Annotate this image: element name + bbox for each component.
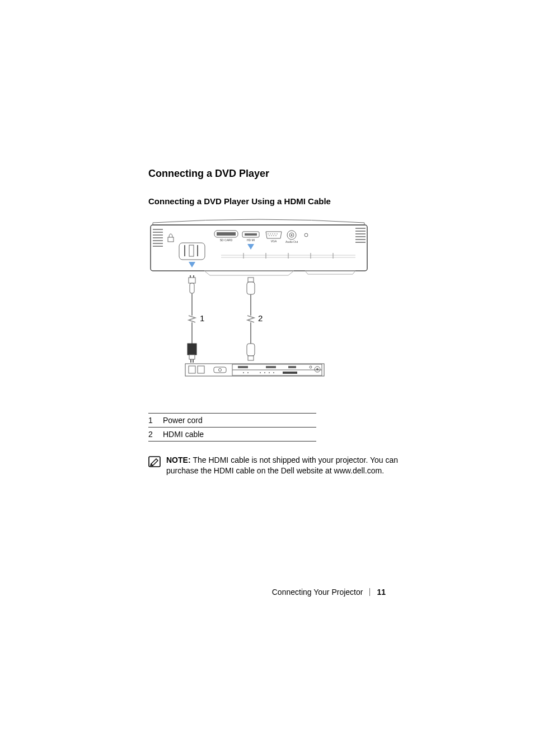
svg-rect-45 bbox=[189, 278, 195, 283]
note-text: NOTE: The HDMI cable is not shipped with… bbox=[166, 455, 400, 476]
note-block: NOTE: The HDMI cable is not shipped with… bbox=[148, 455, 400, 476]
note-prefix: NOTE: bbox=[166, 456, 193, 464]
legend-row: 2 HDMI cable bbox=[148, 428, 316, 442]
legend-table: 1 Power cord 2 HDMI cable bbox=[148, 413, 316, 442]
svg-rect-17 bbox=[189, 245, 194, 256]
svg-point-33 bbox=[275, 235, 277, 236]
port-label-vga: VGA bbox=[271, 240, 277, 243]
sub-heading: Connecting a DVD Player Using a HDMI Cab… bbox=[148, 196, 400, 206]
page-footer: Connecting Your Projector 11 bbox=[272, 588, 386, 597]
legend-num: 2 bbox=[148, 428, 163, 442]
svg-point-31 bbox=[271, 235, 272, 236]
legend-row: 1 Power cord bbox=[148, 414, 316, 428]
svg-rect-23 bbox=[245, 233, 257, 236]
note-body: The HDMI cable is not shipped with your … bbox=[166, 456, 398, 475]
port-label-audio: Audio Out bbox=[285, 240, 298, 243]
svg-rect-48 bbox=[190, 283, 194, 293]
power-cord bbox=[188, 275, 196, 363]
svg-marker-19 bbox=[189, 262, 195, 267]
svg-rect-55 bbox=[248, 278, 254, 282]
svg-marker-24 bbox=[247, 244, 254, 250]
svg-point-78 bbox=[269, 372, 270, 373]
svg-point-75 bbox=[247, 372, 249, 373]
svg-point-26 bbox=[270, 233, 271, 234]
svg-rect-80 bbox=[283, 372, 297, 374]
svg-rect-14 bbox=[168, 237, 174, 242]
svg-rect-56 bbox=[247, 282, 255, 294]
svg-rect-51 bbox=[188, 344, 196, 355]
svg-point-28 bbox=[274, 233, 275, 234]
page-content: Connecting a DVD Player Connecting a DVD… bbox=[148, 168, 400, 476]
svg-point-73 bbox=[316, 368, 318, 370]
dvd-player bbox=[185, 364, 324, 376]
svg-point-77 bbox=[264, 372, 265, 373]
svg-point-30 bbox=[269, 235, 270, 236]
legend-label: HDMI cable bbox=[163, 428, 316, 442]
svg-point-36 bbox=[291, 234, 293, 236]
svg-point-27 bbox=[272, 233, 273, 234]
svg-rect-59 bbox=[247, 344, 255, 356]
legend-label: Power cord bbox=[163, 414, 316, 428]
projector-body: SD CARD HD MI VGA Audio Out bbox=[151, 219, 367, 275]
footer-separator bbox=[369, 588, 370, 596]
svg-point-76 bbox=[260, 372, 261, 373]
legend-num: 1 bbox=[148, 414, 163, 428]
svg-point-29 bbox=[277, 233, 278, 234]
svg-rect-70 bbox=[288, 366, 296, 368]
svg-point-37 bbox=[305, 233, 308, 237]
svg-rect-52 bbox=[189, 355, 195, 359]
callout-2: 2 bbox=[258, 313, 263, 323]
port-label-hdmi: HD MI bbox=[247, 238, 255, 242]
footer-page-number: 11 bbox=[377, 588, 386, 597]
section-heading: Connecting a DVD Player bbox=[148, 168, 400, 180]
svg-rect-21 bbox=[217, 232, 236, 236]
svg-rect-68 bbox=[238, 366, 248, 368]
port-label-sdcard: SD CARD bbox=[220, 238, 233, 242]
hdmi-cable bbox=[247, 278, 255, 360]
svg-point-32 bbox=[273, 235, 274, 236]
callout-1: 1 bbox=[200, 313, 204, 323]
footer-chapter: Connecting Your Projector bbox=[272, 588, 363, 597]
pencil-note-icon bbox=[148, 456, 161, 470]
svg-point-25 bbox=[268, 233, 269, 234]
connection-diagram: SD CARD HD MI VGA Audio Out bbox=[148, 217, 369, 379]
svg-rect-60 bbox=[248, 356, 254, 360]
svg-point-79 bbox=[273, 372, 274, 373]
svg-rect-69 bbox=[266, 366, 276, 368]
svg-point-74 bbox=[243, 372, 244, 373]
